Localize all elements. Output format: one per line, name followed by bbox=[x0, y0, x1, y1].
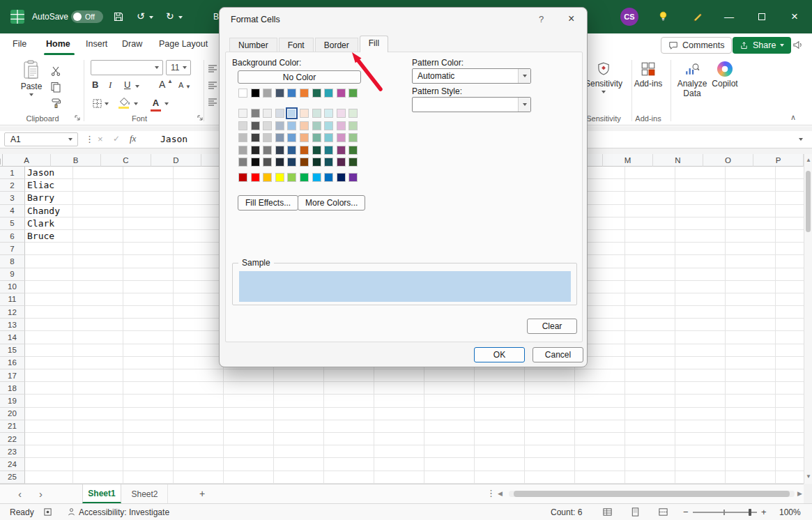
cell-I23[interactable] bbox=[424, 445, 475, 458]
cell-O2[interactable] bbox=[726, 179, 776, 192]
add-ins-button[interactable]: Add-ins bbox=[626, 61, 671, 89]
cell-A4[interactable]: Chandy bbox=[25, 205, 73, 217]
cell-P4[interactable] bbox=[776, 205, 804, 217]
cell-P12[interactable] bbox=[776, 306, 804, 319]
insert-function-button[interactable]: fx bbox=[130, 133, 136, 144]
cell-J23[interactable] bbox=[475, 445, 525, 458]
color-swatch[interactable] bbox=[238, 121, 247, 130]
cell-N18[interactable] bbox=[675, 382, 726, 395]
cell-D24[interactable] bbox=[174, 458, 224, 471]
row-header-24[interactable]: 24 bbox=[0, 458, 25, 471]
zoom-slider-thumb[interactable] bbox=[749, 509, 751, 516]
decrease-font-button[interactable]: A bbox=[178, 81, 183, 89]
cell-C14[interactable] bbox=[123, 331, 174, 344]
cell-M24[interactable] bbox=[625, 458, 675, 471]
cell-N25[interactable] bbox=[675, 471, 726, 484]
color-swatch[interactable] bbox=[348, 109, 358, 118]
cell-B12[interactable] bbox=[73, 306, 123, 319]
sheet-options-dots-icon[interactable]: ⋮ bbox=[487, 488, 496, 498]
row-header-25[interactable]: 25 bbox=[0, 471, 25, 484]
cell-E24[interactable] bbox=[224, 458, 274, 471]
align-bottom-icon[interactable] bbox=[208, 98, 217, 106]
cell-C2[interactable] bbox=[123, 179, 174, 192]
cell-C9[interactable] bbox=[123, 268, 174, 281]
color-swatch[interactable] bbox=[238, 146, 247, 155]
cell-C4[interactable] bbox=[123, 205, 174, 217]
column-header-M[interactable]: M bbox=[603, 154, 653, 167]
cell-M25[interactable] bbox=[625, 471, 675, 484]
confirm-entry-icon[interactable]: ✓ bbox=[113, 134, 120, 144]
cell-D17[interactable] bbox=[174, 369, 224, 382]
color-swatch[interactable] bbox=[238, 173, 247, 182]
color-swatch[interactable] bbox=[287, 109, 296, 118]
cell-B25[interactable] bbox=[73, 471, 123, 484]
borders-dropdown-icon[interactable] bbox=[105, 102, 109, 105]
cell-P11[interactable] bbox=[776, 293, 804, 306]
cell-O5[interactable] bbox=[726, 217, 776, 230]
cell-M17[interactable] bbox=[625, 369, 675, 382]
cell-N14[interactable] bbox=[675, 331, 726, 344]
cell-A9[interactable] bbox=[25, 268, 73, 281]
bold-button[interactable]: B bbox=[92, 79, 98, 90]
pattern-style-dropdown[interactable] bbox=[412, 97, 531, 112]
horizontal-scrollbar[interactable] bbox=[509, 491, 795, 497]
cell-P8[interactable] bbox=[776, 255, 804, 268]
cell-G25[interactable] bbox=[324, 471, 374, 484]
cell-G17[interactable] bbox=[324, 369, 374, 382]
cell-C15[interactable] bbox=[123, 344, 174, 357]
cell-A1[interactable]: Jason bbox=[25, 167, 73, 179]
color-swatch[interactable] bbox=[238, 133, 247, 142]
font-color-dropdown-icon[interactable] bbox=[164, 102, 169, 105]
cell-D11[interactable] bbox=[174, 293, 224, 306]
vertical-scrollbar-thumb[interactable] bbox=[806, 171, 811, 232]
cell-E19[interactable] bbox=[224, 395, 274, 407]
cell-N1[interactable] bbox=[675, 167, 726, 179]
cell-N17[interactable] bbox=[675, 369, 726, 382]
cell-B6[interactable] bbox=[73, 230, 123, 243]
cell-P24[interactable] bbox=[776, 458, 804, 471]
cell-F21[interactable] bbox=[274, 420, 324, 433]
cell-L22[interactable] bbox=[575, 433, 625, 445]
cut-icon[interactable] bbox=[50, 66, 61, 77]
cell-B19[interactable] bbox=[73, 395, 123, 407]
fill-color-dropdown-icon[interactable] bbox=[134, 102, 138, 105]
color-swatch[interactable] bbox=[312, 146, 321, 155]
sheet-next-icon[interactable]: › bbox=[39, 488, 43, 500]
avatar[interactable]: CS bbox=[620, 8, 638, 26]
cell-H20[interactable] bbox=[374, 408, 424, 420]
redo-icon[interactable]: ↻ bbox=[166, 11, 174, 21]
color-swatch[interactable] bbox=[275, 121, 284, 130]
cell-B21[interactable] bbox=[73, 420, 123, 433]
save-icon[interactable] bbox=[113, 11, 124, 22]
row-header-21[interactable]: 21 bbox=[0, 420, 25, 433]
cell-O1[interactable] bbox=[726, 167, 776, 179]
cell-I24[interactable] bbox=[424, 458, 475, 471]
cancel-button[interactable]: Cancel bbox=[533, 347, 583, 362]
cell-J19[interactable] bbox=[475, 395, 525, 407]
share-button[interactable]: Share bbox=[733, 37, 791, 54]
cell-B9[interactable] bbox=[73, 268, 123, 281]
cell-M19[interactable] bbox=[625, 395, 675, 407]
cell-P22[interactable] bbox=[776, 433, 804, 445]
cell-A23[interactable] bbox=[25, 445, 73, 458]
cell-F19[interactable] bbox=[274, 395, 324, 407]
cell-A7[interactable] bbox=[25, 243, 73, 255]
cell-D13[interactable] bbox=[174, 319, 224, 331]
cell-K17[interactable] bbox=[525, 369, 575, 382]
color-swatch[interactable] bbox=[337, 173, 346, 182]
cell-K20[interactable] bbox=[525, 408, 575, 420]
cell-O15[interactable] bbox=[726, 344, 776, 357]
cell-L25[interactable] bbox=[575, 471, 625, 484]
cell-A5[interactable]: Clark bbox=[25, 217, 73, 230]
cell-N4[interactable] bbox=[675, 205, 726, 217]
copy-icon[interactable] bbox=[50, 82, 61, 93]
cell-N12[interactable] bbox=[675, 306, 726, 319]
cell-A3[interactable]: Barry bbox=[25, 192, 73, 204]
cell-H17[interactable] bbox=[374, 369, 424, 382]
cell-D18[interactable] bbox=[174, 382, 224, 395]
row-header-14[interactable]: 14 bbox=[0, 331, 25, 344]
cell-B5[interactable] bbox=[73, 217, 123, 230]
cell-C12[interactable] bbox=[123, 306, 174, 319]
cell-O20[interactable] bbox=[726, 408, 776, 420]
cell-K19[interactable] bbox=[525, 395, 575, 407]
